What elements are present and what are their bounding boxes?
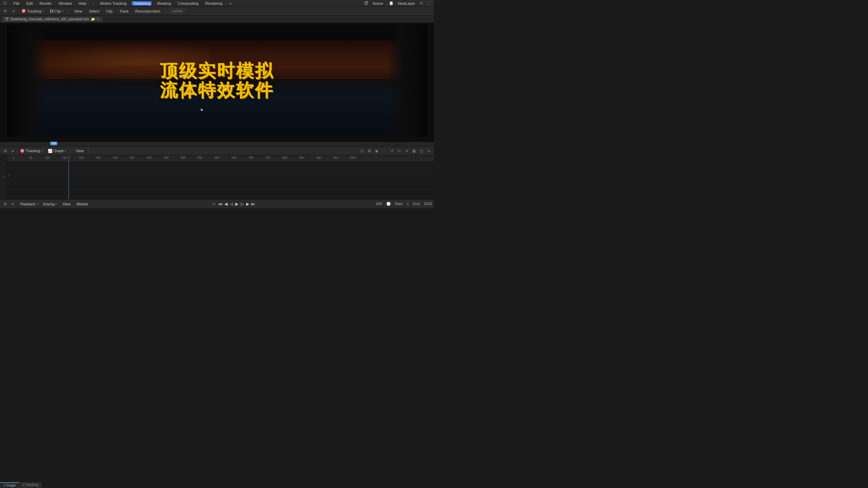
graph-dropdown[interactable]: 📈 Graph ▾ [46,148,68,154]
jump-end-btn[interactable]: ⏭ [251,202,255,206]
graph-main-area[interactable]: 0 50 100 150 200 250 300 350 400 450 500… [7,155,434,199]
start-label: Start [395,202,403,206]
end-value: 1032 [424,202,432,206]
reconstruction-btn[interactable]: Reconstruction [133,8,162,14]
scene-selector[interactable]: Scene [371,1,385,6]
graph-left-axis: 0 [0,155,7,199]
current-frame-display: 166 [376,202,382,206]
graph-view-btn[interactable]: View [74,148,86,154]
graph-sep1 [71,148,71,154]
tick-350 [132,158,133,160]
tick-800 [285,158,285,160]
clip-label: Clip [55,9,61,13]
graph-ctrl8[interactable]: ▦ [411,148,417,154]
graph-zero-label: 0 [8,174,10,177]
clip-menu-btn[interactable]: Clip [104,8,115,14]
tick-950 [336,158,336,160]
playback-arrow[interactable]: ▸ [10,201,16,207]
menu-window[interactable]: Window [57,1,73,5]
tick-750 [268,158,268,160]
file-tab[interactable]: 🎬 Deathwing_cinematic_reference_v02_upsc… [2,17,102,22]
select-btn[interactable]: Select [87,8,101,14]
graph-ctrl3[interactable]: ◉ [374,148,380,154]
graph-ctrl2[interactable]: ⊠ [366,148,372,154]
toolbar-arrow[interactable]: ▸ [11,8,17,14]
locked-badge: Locked [169,8,184,14]
top-right-controls: 🎬 Scene 📋 ViewLayer ⚙ ⛶ [363,0,432,6]
playback-dropdown[interactable]: Playback ▾ [18,201,39,207]
tracking-dropdown[interactable]: 🎯 Tracking ▾ [20,8,45,14]
pb-marker-btn[interactable]: Marker [75,201,90,207]
fullscreen-icon[interactable]: ⛶ [426,0,432,6]
tick-500 [183,158,183,160]
graph-ctrl6[interactable]: ↻ [396,148,402,154]
file-tab-close[interactable]: ✕ [97,17,99,21]
tick-450 [166,158,166,160]
playback-info: 166 🕐 Start 1 End 1032 [376,202,432,206]
jump-start-btn[interactable]: ⏮ [218,202,223,206]
blender-logo[interactable]: ⬡ [2,1,8,5]
video-frame: 顶级实时模拟 流体特效软件 [7,25,427,137]
graph-ctrl9[interactable]: ◫ [418,148,425,154]
prev-keyframe-btn[interactable]: ◁ [229,202,234,206]
graph-right-controls: ⊡ ⊠ ◉ ⋯ ↺ ↻ ⊲ ▦ ◫ ⊳ [359,148,432,154]
timeline-frame-label: 166 [50,142,57,145]
graph-ctrl10[interactable]: ⊳ [426,148,432,154]
clip-dropdown[interactable]: 🎞 Clip ▾ [48,8,65,14]
menu-stabilizing[interactable]: Stabilizing [132,1,152,5]
menu-plus[interactable]: + [228,1,233,5]
graph-ctrl5[interactable]: ↺ [389,148,395,154]
playback-controls: ⊙ ⏮ ◀ ◁ ▶ ▷ ▶ ⏭ [211,201,255,207]
tick-0 [14,158,14,160]
graph-label: Graph [54,149,64,153]
viewlayer-selector[interactable]: ViewLayer [396,1,417,6]
next-keyframe-btn[interactable]: ▷ [240,202,244,206]
chinese-line1: 顶级实时模拟 [160,61,274,81]
timeline-scrub-bar[interactable]: 166 [0,142,434,146]
tracking-chevron: ▾ [42,9,44,13]
graph-tracking-dropdown[interactable]: 🎯 Tracking ▾ [18,148,44,154]
menu-help[interactable]: Help [77,1,88,5]
track-btn[interactable]: Track [117,8,131,14]
next-frame-btn[interactable]: ▶ [245,202,250,206]
graph-arrow[interactable]: ▸ [10,148,16,154]
tick-250 [98,158,99,160]
keying-label: Keying [43,202,55,206]
keying-dropdown[interactable]: Keying ▾ [41,201,59,207]
tick-850 [302,158,302,160]
graph-ctrl4[interactable]: ⋯ [381,148,387,154]
playback-bar: ⊞ ▸ Playback ▾ Keying ▾ View Marker ⊙ ⏮ … [0,199,434,208]
view-btn[interactable]: View [72,8,84,14]
graph-ctrl7[interactable]: ⊲ [403,148,410,154]
cinema-bar-top [7,25,427,40]
pb-view-btn[interactable]: View [60,201,73,207]
tick-900 [319,158,319,160]
snap-icon[interactable]: ⊙ [211,201,217,207]
grid-line-4 [7,189,434,189]
graph-cursor-line [68,155,69,199]
toolbar-icon-left[interactable]: ⊞ [2,8,8,14]
playback-label: Playback [20,202,35,206]
menu-rendering[interactable]: Rendering [204,1,224,5]
play-btn[interactable]: ▶ [234,202,239,206]
menu-masking[interactable]: Masking [156,1,172,5]
grid-line-1 [7,169,434,169]
chinese-overlay-text: 顶级实时模拟 流体特效软件 [160,61,274,100]
timeline-track[interactable]: 166 [0,142,434,146]
playback-icon[interactable]: ⊞ [2,201,8,207]
tick-700 [251,158,251,160]
menu-file[interactable]: File [12,1,21,5]
tick-400 [149,158,150,160]
prev-frame-btn[interactable]: ◀ [223,202,228,206]
menu-motion-tracking[interactable]: Motion Tracking [99,1,128,5]
graph-icon: 📈 [48,149,53,153]
graph-ctrl1[interactable]: ⊡ [359,148,365,154]
sep1 [68,8,69,14]
graph-tracking-chevron: ▾ [41,149,42,152]
transport-controls: ⏮ ◀ ◁ ▶ ▷ ▶ ⏭ [218,202,255,206]
menu-render[interactable]: Render [38,1,53,5]
settings-icon-top[interactable]: ⚙ [418,0,425,6]
graph-icon-left[interactable]: ⊞ [2,148,8,154]
menu-compositing[interactable]: Compositing [176,1,200,5]
menu-edit[interactable]: Edit [25,1,34,5]
